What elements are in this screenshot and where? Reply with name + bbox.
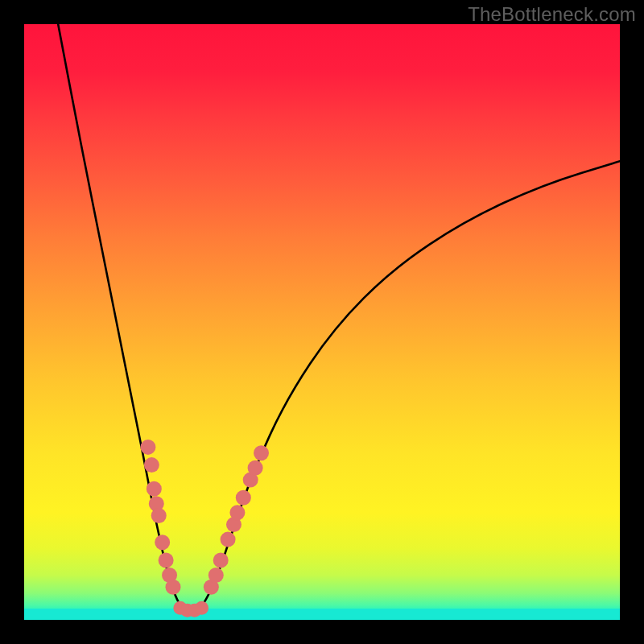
bottleneck-curve-svg (24, 24, 620, 620)
data-dot (147, 481, 162, 497)
data-dot (155, 535, 170, 550)
data-dot (195, 601, 208, 615)
data-dot (151, 508, 167, 523)
data-dot (213, 553, 229, 568)
data-dot (254, 445, 269, 460)
data-dot (208, 568, 224, 583)
data-dot (166, 580, 181, 595)
bottleneck-curve-line (58, 24, 620, 614)
data-dot (236, 490, 251, 506)
data-dot (221, 532, 236, 547)
watermark-text: TheBottleneck.com (468, 3, 636, 26)
data-dot (248, 460, 263, 476)
data-dot (229, 505, 245, 520)
data-dot (159, 553, 174, 568)
data-dots-group (140, 440, 269, 617)
data-dot (144, 457, 159, 473)
chart-frame: TheBottleneck.com (0, 0, 644, 644)
data-dot (140, 440, 155, 455)
